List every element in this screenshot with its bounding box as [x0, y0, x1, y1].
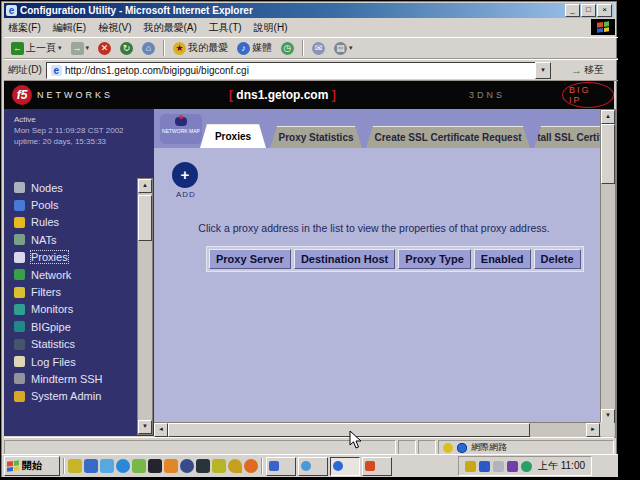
minimize-button[interactable]: _: [565, 4, 580, 17]
sidebar-item-proxies[interactable]: Proxies: [14, 249, 103, 266]
desktop-screen: e Configuration Utility - Microsoft Inte…: [2, 2, 616, 476]
taskbar-separator: [261, 458, 263, 474]
go-button[interactable]: → 移至: [571, 63, 604, 77]
scroll-down-icon[interactable]: ▼: [138, 420, 152, 434]
scroll-up-icon[interactable]: ▲: [138, 179, 152, 193]
tray-icon-2[interactable]: [479, 461, 490, 472]
scroll-right-icon[interactable]: ►: [586, 423, 600, 437]
sidebar-item-log-files[interactable]: Log Files: [14, 353, 103, 370]
tray-icon-3[interactable]: [493, 461, 504, 472]
network-map-button[interactable]: NETWORK MAP: [160, 114, 202, 144]
quicklaunch-icon-3[interactable]: [100, 459, 114, 473]
content-vertical-scrollbar[interactable]: ▲ ▼: [600, 109, 616, 438]
taskbar-window-button-4[interactable]: [362, 457, 392, 476]
sidebar-item-mindterm-ssh[interactable]: Mindterm SSH: [14, 370, 103, 387]
windows-flag-icon: [597, 21, 609, 32]
start-button[interactable]: 開始: [4, 456, 60, 476]
sidebar-item-system-admin[interactable]: System Admin: [14, 388, 103, 405]
favorites-button[interactable]: ★ 我的最愛: [170, 40, 231, 56]
quicklaunch-icon-1[interactable]: [68, 459, 82, 473]
taskbar-window-button-1[interactable]: [266, 457, 296, 476]
maximize-button[interactable]: □: [581, 4, 596, 17]
column-delete[interactable]: Delete: [534, 249, 581, 269]
proxy-table-header-row: Proxy Server Destination Host Proxy Type…: [206, 246, 584, 272]
mail-button[interactable]: ✉: [309, 41, 328, 56]
taskbar: 開始 上午 1: [2, 454, 618, 477]
sidebar-menu: Nodes Pools Rules NATs Proxies Network: [14, 179, 103, 405]
menu-favorites[interactable]: 我的最愛(A): [143, 21, 196, 35]
quicklaunch-icon-12[interactable]: [244, 459, 258, 473]
quicklaunch-icon-10[interactable]: [212, 459, 226, 473]
sidebar-item-nodes[interactable]: Nodes: [14, 179, 103, 196]
close-button[interactable]: ×: [597, 4, 612, 17]
scrollbar-thumb[interactable]: [138, 195, 152, 241]
menu-tools[interactable]: 工具(T): [209, 21, 242, 35]
column-proxy-server[interactable]: Proxy Server: [209, 249, 291, 269]
address-dropdown-button[interactable]: ▾: [535, 62, 551, 79]
sidebar-item-nats[interactable]: NATs: [14, 231, 103, 248]
history-button[interactable]: ◷: [278, 41, 297, 56]
content-area: NETWORK MAP Proxies Proxy Statistics Cre…: [154, 109, 600, 436]
scroll-up-icon[interactable]: ▲: [601, 110, 615, 124]
tab-proxies[interactable]: Proxies: [200, 124, 266, 148]
sidebar-item-label: Log Files: [31, 356, 76, 368]
sidebar-item-rules[interactable]: Rules: [14, 214, 103, 231]
sidebar-item-monitors[interactable]: Monitors: [14, 301, 103, 318]
tab-install-ssl-certificate[interactable]: Install SSL Certificate: [534, 126, 600, 148]
refresh-button[interactable]: ↻: [117, 41, 136, 56]
taskbar-window-button-2[interactable]: [298, 457, 328, 476]
tab-proxy-statistics[interactable]: Proxy Statistics: [270, 126, 362, 148]
sidebar-item-label: NATs: [31, 234, 56, 246]
sidebar-item-label: Proxies: [31, 251, 68, 263]
quicklaunch-icon-2[interactable]: [84, 459, 98, 473]
address-bar: 網址(D) e http://dns1.getop.com/bigipgui/b…: [4, 59, 618, 81]
status-uptime: uptime: 20 days, 15:35:33: [14, 136, 154, 147]
sidebar-item-filters[interactable]: Filters: [14, 283, 103, 300]
media-label: 媒體: [252, 41, 272, 55]
forward-dropdown-icon[interactable]: ▾: [86, 44, 90, 52]
address-input[interactable]: e http://dns1.getop.com/bigipgui/bigconf…: [46, 62, 550, 79]
taskbar-window-button-3[interactable]: [330, 457, 360, 476]
scroll-down-icon[interactable]: ▼: [601, 409, 615, 423]
column-proxy-type[interactable]: Proxy Type: [398, 249, 471, 269]
media-button[interactable]: ♪ 媒體: [234, 40, 275, 56]
sidebar-item-bigpipe[interactable]: BIGpipe: [14, 318, 103, 335]
scrollbar-thumb[interactable]: [601, 124, 615, 184]
menu-edit[interactable]: 編輯(E): [53, 21, 86, 35]
quicklaunch-icon-8[interactable]: [180, 459, 194, 473]
print-button[interactable]: ▤ ▾: [331, 41, 356, 56]
quicklaunch-icon-6[interactable]: [148, 459, 162, 473]
sidebar-item-label: Network: [31, 269, 71, 281]
add-proxy-button[interactable]: +: [172, 162, 198, 188]
quicklaunch-icon-5[interactable]: [132, 459, 146, 473]
quicklaunch-icon-4[interactable]: [116, 459, 130, 473]
menu-file[interactable]: 檔案(F): [8, 21, 41, 35]
sidebar-item-network[interactable]: Network: [14, 266, 103, 283]
sidebar-item-statistics[interactable]: Statistics: [14, 336, 103, 353]
monitors-icon: [14, 304, 25, 315]
zone-warning-icon: [443, 443, 453, 453]
menu-help[interactable]: 說明(H): [254, 21, 288, 35]
scroll-left-icon[interactable]: ◄: [154, 423, 168, 437]
content-horizontal-scrollbar[interactable]: ◄ ►: [154, 422, 600, 437]
sidebar-item-pools[interactable]: Pools: [14, 196, 103, 213]
network-map-label: NETWORK MAP: [160, 128, 202, 134]
tray-icon-4[interactable]: [507, 461, 518, 472]
forward-button[interactable]: → ▾: [68, 41, 93, 56]
menu-view[interactable]: 檢視(V): [98, 21, 131, 35]
print-dropdown-icon[interactable]: ▾: [349, 44, 353, 52]
tray-icon-1[interactable]: [465, 461, 476, 472]
quicklaunch-icon-9[interactable]: [196, 459, 210, 473]
window-titlebar: e Configuration Utility - Microsoft Inte…: [4, 3, 614, 18]
home-button[interactable]: ⌂: [139, 41, 158, 56]
quicklaunch-icon-7[interactable]: [164, 459, 178, 473]
column-destination-host[interactable]: Destination Host: [294, 249, 395, 269]
column-enabled[interactable]: Enabled: [474, 249, 531, 269]
back-dropdown-icon[interactable]: ▾: [58, 44, 62, 52]
tab-create-ssl-certificate-request[interactable]: Create SSL Certificate Request: [366, 126, 530, 148]
tray-icon-5[interactable]: [521, 461, 532, 472]
quicklaunch-icon-11[interactable]: [228, 459, 242, 473]
sidebar-scrollbar[interactable]: ▲ ▼: [137, 178, 153, 435]
stop-button[interactable]: ✕: [95, 41, 114, 56]
back-button[interactable]: ← 上一頁 ▾: [8, 40, 65, 56]
